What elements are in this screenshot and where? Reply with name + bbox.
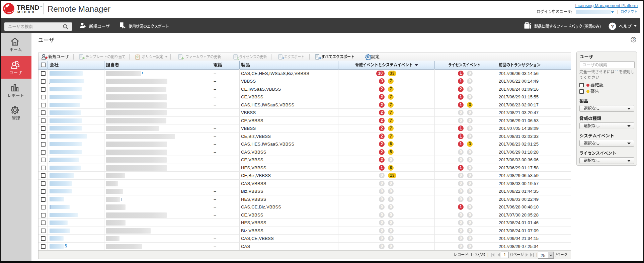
- svg-text:?: ?: [611, 24, 614, 29]
- svg-text:?: ?: [632, 38, 635, 42]
